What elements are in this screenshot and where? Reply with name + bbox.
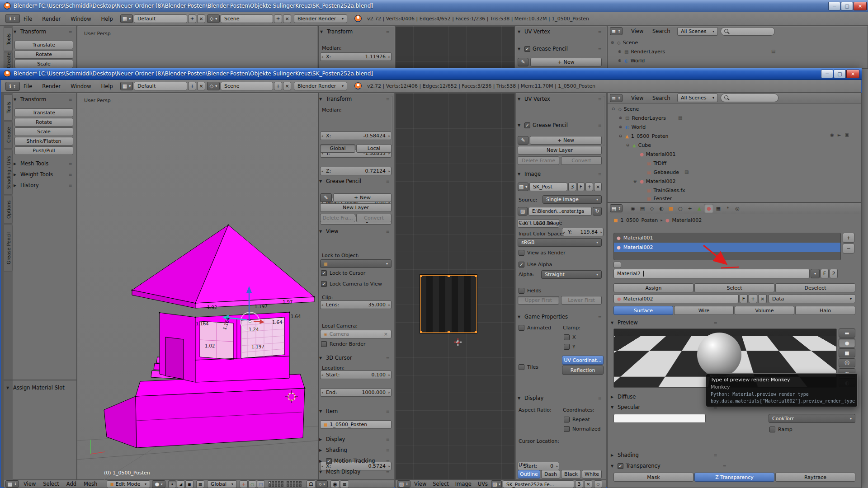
manipulator-scale-button[interactable]: □ — [257, 480, 265, 488]
link-data-dropdown[interactable]: Data — [769, 294, 855, 303]
breadcrumb-object[interactable]: 1_0500_Posten — [620, 217, 658, 223]
fake-user-button[interactable]: F — [577, 183, 585, 191]
grease-pencil-checkbox[interactable]: ✓ — [524, 46, 530, 52]
render-border-checkbox[interactable]: Render Border — [321, 341, 366, 347]
back-tree-scene[interactable]: ⊖◇Scene — [610, 38, 791, 47]
view-menu[interactable]: View — [24, 481, 36, 487]
repeat-checkbox[interactable]: Repeat — [564, 417, 590, 422]
preview-monkey-button[interactable]: ☺ — [839, 358, 855, 367]
browse-material-button[interactable]: ▾ — [811, 269, 820, 278]
z-transparency-button[interactable]: Z Transparency — [694, 473, 774, 482]
viewport-3d-canvas[interactable] — [77, 93, 318, 480]
preview-cube-button[interactable]: ■ — [839, 348, 855, 357]
uv-grease-draw-button[interactable]: ✎ — [518, 136, 528, 145]
new-layer-button[interactable]: New Layer — [320, 203, 392, 212]
tiles-checkbox[interactable]: Tiles — [519, 364, 538, 370]
halo-button[interactable]: Halo — [795, 306, 855, 315]
uv-convert-button[interactable]: Convert — [561, 156, 602, 165]
local-button[interactable]: Local — [356, 144, 392, 153]
renderability-icon[interactable]: ▣ — [844, 132, 849, 137]
clamp-x-checkbox[interactable]: X — [564, 334, 576, 340]
push-pull-button[interactable]: Push/Pull — [14, 146, 73, 155]
transparency-panel[interactable]: ▼✓Transparency — [611, 461, 728, 470]
expand-icon[interactable]: ⊖ — [625, 143, 630, 147]
uv-image-users-button[interactable]: 3 — [575, 480, 583, 488]
mode-dropdown[interactable]: ■Edit Mode — [107, 480, 150, 488]
back-tab-tools[interactable]: Tools — [4, 28, 13, 51]
face-select-button[interactable]: ▪ — [185, 480, 193, 488]
material-datablock-field[interactable]: ●Material002 — [613, 294, 739, 303]
slot-material001[interactable]: ●Material001 — [614, 233, 840, 243]
breadcrumb-material[interactable]: Material002 — [672, 217, 702, 223]
upper-first-button[interactable]: Upper First — [518, 296, 559, 305]
uv-select-menu[interactable]: Select — [433, 481, 448, 487]
uv-type-button[interactable]: ▨↕ — [397, 480, 410, 488]
uv-view-menu[interactable]: View — [414, 481, 426, 487]
properties-type-button[interactable]: ▤↕ — [610, 204, 623, 212]
browse-scene-button[interactable]: ◇▾ — [207, 14, 220, 23]
modifiers-tab-icon[interactable]: + — [685, 204, 694, 213]
back-outliner-view-menu[interactable]: View — [631, 28, 643, 34]
panel-weight-tools[interactable]: ▶Weight Tools — [14, 170, 74, 179]
tree-material002[interactable]: ⊖●Material002 — [632, 177, 804, 186]
uv-2d-cursor[interactable] — [454, 338, 462, 346]
expand-icon[interactable]: ⊖ — [632, 179, 637, 183]
back-tab-create[interactable]: Create — [4, 52, 13, 69]
tab-create[interactable]: Create — [4, 122, 13, 149]
fake-user-button[interactable]: F — [821, 269, 829, 278]
specular-color-swatch[interactable] — [613, 414, 706, 423]
expand-icon[interactable]: ⊖ — [618, 134, 623, 138]
layout-name-field[interactable]: Default — [134, 14, 187, 23]
edge-select-button[interactable]: ◢ — [177, 480, 185, 488]
lock-to-cursor-checkbox[interactable]: ✓Lock to Cursor — [321, 270, 365, 276]
viewport-type-button[interactable]: ▦↕ — [5, 480, 19, 488]
display-panel[interactable]: ▶Display — [319, 435, 392, 444]
view-panel[interactable]: ▼View — [319, 227, 392, 236]
selectability-icon[interactable]: ► — [838, 132, 841, 137]
delete-scene-button[interactable]: × — [283, 14, 291, 23]
clear-icon[interactable]: × — [384, 331, 388, 337]
visibility-icon[interactable]: ◉ — [830, 132, 834, 137]
object-tab-icon[interactable]: ■ — [666, 204, 675, 213]
median-z-field[interactable]: Z:0.72124 — [320, 167, 392, 175]
file-menu[interactable]: File — [24, 16, 32, 22]
help-menu[interactable]: Help — [101, 16, 113, 22]
close-button[interactable]: × — [846, 70, 859, 78]
back-translate-button[interactable]: Translate — [14, 41, 73, 49]
mesh-menu[interactable]: Mesh — [84, 481, 97, 487]
shading-panel[interactable]: ▶Shading — [611, 450, 719, 460]
panel-mesh-tools[interactable]: ▶Mesh Tools — [14, 159, 74, 168]
view-as-render-checkbox[interactable]: View as Render — [519, 250, 566, 256]
scene-name-field[interactable]: Scene — [221, 82, 273, 90]
uv-vertex-dot[interactable] — [475, 275, 477, 277]
constraints-tab-icon[interactable]: ○ — [676, 204, 685, 213]
uv-vertex-panel[interactable]: ▼UV Vertex — [518, 94, 604, 103]
back-outliner-search-menu[interactable]: Search — [652, 28, 670, 34]
shrink-flatten-button[interactable]: Shrink/Flatten — [14, 137, 73, 145]
outliner-view-menu[interactable]: View — [631, 95, 643, 101]
slot-specials-button[interactable]: − — [613, 262, 621, 268]
render-tab-icon[interactable]: ◉ — [628, 204, 637, 213]
color-space-dropdown[interactable]: sRGB — [518, 238, 602, 247]
reload-image-button[interactable]: ↻ — [593, 207, 602, 216]
help-menu[interactable]: Help — [101, 83, 113, 89]
cursor-3d-panel[interactable]: ▼3D Cursor — [319, 353, 392, 362]
game-properties-panel[interactable]: ▼Game Properties — [518, 312, 604, 321]
select-button[interactable]: Select — [694, 283, 774, 292]
back-outliner-type-button[interactable]: ≡↕ — [610, 27, 623, 35]
back-grease-pencil-panel[interactable]: ▼✓Grease Pencil — [518, 44, 604, 53]
layers-widget-2[interactable] — [287, 481, 302, 487]
tree-trdiff[interactable]: ▦TrDiff — [647, 159, 810, 168]
tree-scene[interactable]: ⊖◇Scene — [611, 104, 805, 113]
material-name-field[interactable]: Material2 — [613, 269, 810, 278]
scene-tab-icon[interactable]: ◇ — [647, 204, 656, 213]
delete-layout-button[interactable]: × — [197, 14, 205, 23]
uv-grease-pencil-panel[interactable]: ▼✓Grease Pencil — [518, 121, 604, 130]
translate-button[interactable]: Translate — [14, 108, 73, 117]
select-menu[interactable]: Select — [43, 481, 59, 487]
back-tree-renderlayers[interactable]: ⊕▤RenderLayers — [617, 47, 798, 56]
tree-material001[interactable]: ●Material001 — [632, 150, 804, 159]
window-menu[interactable]: Window — [71, 83, 91, 89]
uv-outline-button[interactable]: Outline — [518, 470, 540, 479]
transparency-checkbox[interactable]: ✓ — [618, 463, 623, 469]
